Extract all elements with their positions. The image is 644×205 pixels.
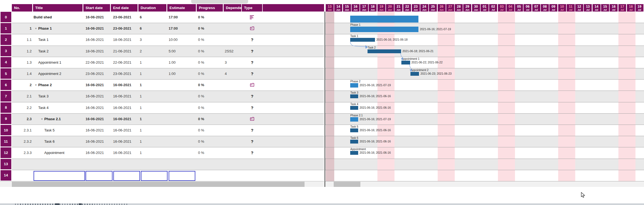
bottom-strip-ticks <box>15 204 128 205</box>
dependency-connectors <box>0 0 644 205</box>
bottom-taskbar-sliver <box>0 203 644 205</box>
mouse-cursor <box>581 192 586 198</box>
bottom-strip-chip <box>79 203 82 205</box>
gantt-application: No.TitleStart dateEnd dateDurationEstima… <box>0 0 644 205</box>
chart-hscrollbar-track[interactable] <box>325 182 644 187</box>
grid-hscrollbar-thumb[interactable] <box>12 182 305 187</box>
bottom-strip-chip <box>55 203 59 205</box>
grid-chart-splitter[interactable] <box>325 12 325 187</box>
chart-bottom-border <box>325 181 644 181</box>
chart-hscrollbar-thumb[interactable] <box>334 182 360 187</box>
